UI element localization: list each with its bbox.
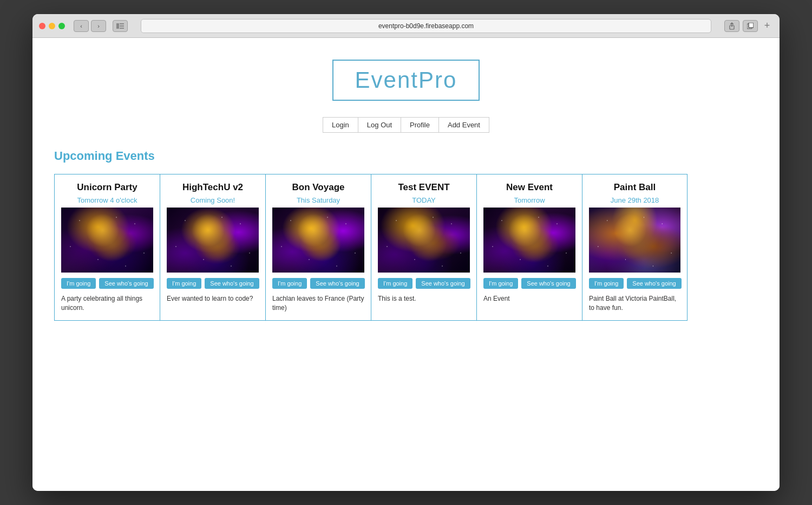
- browser-window: ‹ › eventpro-b0d9e.firebaseapp.com: [32, 14, 780, 491]
- event-actions: I'm going See who's going: [483, 278, 575, 289]
- see-who-going-button[interactable]: See who's going: [205, 278, 259, 289]
- minimize-button[interactable]: [49, 23, 55, 29]
- events-grid: Unicorn Party Tomorrow 4 o'clock I'm goi…: [54, 174, 758, 321]
- nav-buttons: ‹ ›: [74, 20, 106, 32]
- sidebar-toggle-button[interactable]: [113, 20, 128, 32]
- maximize-button[interactable]: [58, 23, 65, 29]
- event-image: [589, 208, 680, 273]
- svg-rect-6: [749, 23, 754, 28]
- browser-titlebar: ‹ › eventpro-b0d9e.firebaseapp.com: [32, 14, 780, 38]
- see-who-going-button[interactable]: See who's going: [99, 278, 153, 289]
- im-going-button[interactable]: I'm going: [272, 278, 307, 289]
- event-image: [61, 208, 153, 273]
- logo-container: EventPro: [54, 60, 758, 101]
- add-tab-button[interactable]: +: [761, 20, 773, 32]
- event-card-unicorn-party: Unicorn Party Tomorrow 4 o'clock I'm goi…: [54, 174, 160, 321]
- login-button[interactable]: Login: [323, 117, 358, 133]
- event-name: HighTechU v2: [167, 182, 259, 193]
- event-description: Lachlan leaves to France (Party time): [272, 294, 364, 313]
- event-date: Coming Soon!: [167, 196, 259, 204]
- event-card-new-event: New Event Tomorrow I'm going See who's g…: [476, 174, 582, 321]
- close-button[interactable]: [39, 23, 45, 29]
- svg-rect-0: [116, 23, 119, 29]
- event-image: [167, 208, 259, 273]
- event-description: Ever wanted to learn to code?: [167, 294, 259, 303]
- event-actions: I'm going See who's going: [589, 278, 680, 289]
- event-description: An Event: [483, 294, 575, 303]
- event-description: Paint Ball at Victoria PaintBall, to hav…: [589, 294, 680, 313]
- event-card-bon-voyage: Bon Voyage This Saturday I'm going See w…: [265, 174, 371, 321]
- event-name: New Event: [483, 182, 575, 193]
- see-who-going-button[interactable]: See who's going: [310, 278, 364, 289]
- see-who-going-button[interactable]: See who's going: [627, 278, 681, 289]
- event-actions: I'm going See who's going: [167, 278, 259, 289]
- event-actions: I'm going See who's going: [378, 278, 470, 289]
- share-button[interactable]: [724, 20, 739, 32]
- event-description: This is a test.: [378, 294, 470, 303]
- svg-rect-3: [120, 28, 124, 29]
- browser-content: EventPro Login Log Out Profile Add Event…: [32, 38, 780, 491]
- im-going-button[interactable]: I'm going: [61, 278, 96, 289]
- event-image: [272, 208, 364, 273]
- event-date: June 29th 2018: [589, 196, 680, 204]
- svg-rect-2: [120, 25, 124, 27]
- event-date: TODAY: [378, 196, 470, 204]
- im-going-button[interactable]: I'm going: [167, 278, 201, 289]
- url-text: eventpro-b0d9e.firebaseapp.com: [378, 22, 474, 30]
- im-going-button[interactable]: I'm going: [483, 278, 518, 289]
- app-logo: EventPro: [332, 60, 480, 101]
- profile-button[interactable]: Profile: [401, 117, 439, 133]
- event-date: Tomorrow 4 o'clock: [61, 196, 153, 204]
- event-card-test-event: Test EVENT TODAY I'm going See who's goi…: [371, 174, 476, 321]
- event-date: This Saturday: [272, 196, 364, 204]
- see-who-going-button[interactable]: See who's going: [416, 278, 470, 289]
- event-name: Test EVENT: [378, 182, 470, 193]
- svg-rect-1: [120, 23, 124, 24]
- section-title: Upcoming Events: [54, 149, 758, 163]
- see-who-going-button[interactable]: See who's going: [521, 278, 575, 289]
- add-event-button[interactable]: Add Event: [438, 117, 489, 133]
- event-name: Paint Ball: [589, 182, 680, 193]
- address-bar[interactable]: eventpro-b0d9e.firebaseapp.com: [141, 19, 711, 33]
- im-going-button[interactable]: I'm going: [589, 278, 624, 289]
- nav-bar: Login Log Out Profile Add Event: [54, 117, 758, 133]
- event-actions: I'm going See who's going: [61, 278, 153, 289]
- new-window-button[interactable]: [743, 20, 758, 32]
- event-image: [378, 208, 470, 273]
- browser-actions: +: [724, 20, 773, 32]
- back-button[interactable]: ‹: [74, 20, 89, 32]
- event-date: Tomorrow: [483, 196, 575, 204]
- im-going-button[interactable]: I'm going: [378, 278, 412, 289]
- event-card-hightecho-v2: HighTechU v2 Coming Soon! I'm going See …: [160, 174, 265, 321]
- event-card-paint-ball: Paint Ball June 29th 2018 I'm going See …: [582, 174, 687, 321]
- traffic-lights: [39, 23, 65, 29]
- event-description: A party celebrating all things unicorn.: [61, 294, 153, 313]
- logout-button[interactable]: Log Out: [358, 117, 401, 133]
- event-name: Unicorn Party: [61, 182, 153, 193]
- event-name: Bon Voyage: [272, 182, 364, 193]
- event-actions: I'm going See who's going: [272, 278, 364, 289]
- forward-button[interactable]: ›: [91, 20, 106, 32]
- event-image: [483, 208, 575, 273]
